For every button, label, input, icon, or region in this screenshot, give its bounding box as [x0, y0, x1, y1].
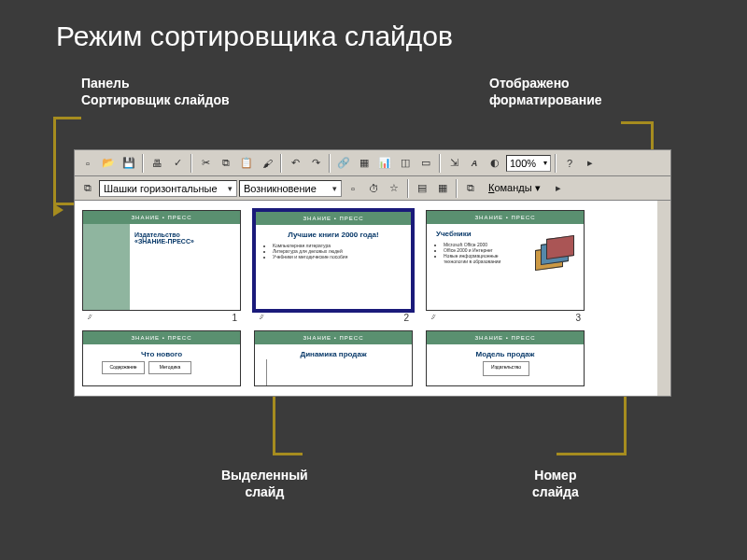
slide-meta: ⫽ — [82, 311, 93, 323]
slide-number: 1 — [232, 311, 241, 323]
page-title: Режим сортировщика слайдов — [56, 21, 453, 52]
slide-thumb[interactable]: ЗНАНИЕ • ПРЕСС Модель продаж Издательств… — [426, 330, 585, 386]
slide-meta: ⫽ — [254, 311, 265, 323]
slide-number: 2 — [403, 311, 413, 323]
insert-chart-button[interactable]: 📊 — [375, 154, 394, 173]
powerpoint-window: ▫ 📂 💾 🖶 ✓ ✂ ⧉ 📋 🖌 ↶ ↷ 🔗 ▦ 📊 ◫ ▭ ⇲ A ◐ 10… — [74, 149, 671, 397]
more2-button[interactable]: ▸ — [549, 179, 568, 198]
slide-thumb[interactable]: ЗНАНИЕ • ПРЕСС Динамика продаж — [254, 330, 413, 386]
slide-accent — [83, 224, 130, 310]
slide-box: Издательство — [483, 361, 529, 376]
slide-thumb[interactable]: ЗНАНИЕ • ПРЕСС Лучшие книги 2000 года! К… — [254, 210, 413, 323]
slide-brand: ЗНАНИЕ • ПРЕСС — [83, 331, 240, 344]
separator — [407, 179, 409, 198]
slide-brand: ЗНАНИЕ • ПРЕСС — [427, 211, 584, 224]
more-button[interactable]: ▸ — [581, 154, 599, 173]
zoom-combo[interactable]: 100%▾ — [506, 155, 551, 172]
separator — [439, 154, 441, 173]
paste-button[interactable]: 📋 — [237, 154, 256, 173]
slide-title: Что нового — [87, 350, 236, 358]
format-painter-button[interactable]: 🖌 — [258, 154, 276, 173]
books-image — [529, 239, 576, 276]
slide-title: Лучшие книги 2000 года! — [260, 231, 407, 239]
undo-button[interactable]: ↶ — [286, 154, 304, 173]
notes-button[interactable]: ▤ — [413, 179, 431, 198]
copy-button[interactable]: ⧉ — [217, 154, 235, 173]
slide-title: Модель продаж — [430, 350, 580, 358]
slide-brand: ЗНАНИЕ • ПРЕСС — [256, 212, 411, 225]
slide-title: Издательство «ЗНАНИЕ-ПРЕСС» — [134, 231, 194, 245]
slide-brand: ЗНАНИЕ • ПРЕСС — [255, 331, 412, 344]
slide-thumb[interactable]: ЗНАНИЕ • ПРЕСС Учебники Microsoft Office… — [426, 210, 585, 323]
transition-icon: ⫽ — [430, 313, 437, 321]
transition-icon: ⫽ — [258, 313, 265, 321]
color-button[interactable]: ▦ — [433, 179, 452, 198]
slide-subtitle: Предлагаем учебным заведениям и всем жел… — [134, 248, 176, 271]
separator — [280, 154, 282, 173]
summary-button[interactable]: ☆ — [385, 179, 403, 198]
sorter-toolbar: ⧉ Шашки горизонтальные▾ Возникновение▾ ▫… — [75, 176, 670, 201]
insert-table-button[interactable]: ▦ — [355, 154, 374, 173]
show-format-button[interactable]: A — [465, 154, 484, 173]
expand-button[interactable]: ⇲ — [444, 154, 463, 173]
spellcheck-button[interactable]: ✓ — [168, 154, 187, 173]
grayscale-button[interactable]: ◐ — [486, 154, 504, 173]
standard-toolbar: ▫ 📂 💾 🖶 ✓ ✂ ⧉ 📋 🖌 ↶ ↷ 🔗 ▦ 📊 ◫ ▭ ⇲ A ◐ 10… — [75, 150, 670, 176]
separator — [456, 179, 458, 198]
open-button[interactable]: 📂 — [99, 154, 118, 173]
slide-bullets: Microsoft Office 2000 Office 2000 и Инте… — [427, 242, 521, 264]
slide-table: Содержание Методика — [102, 361, 191, 374]
save-button[interactable]: 💾 — [120, 154, 138, 173]
transition-icon: ⫽ — [86, 313, 93, 321]
insert-slide-button[interactable]: ▭ — [416, 154, 435, 173]
callout-arrow-panel — [53, 203, 63, 217]
insert-link-button[interactable]: 🔗 — [334, 154, 353, 173]
callout-label-selected: Выделенный слайд — [221, 467, 308, 500]
redo-button[interactable]: ↷ — [306, 154, 325, 173]
slide-chart — [266, 359, 397, 386]
transition-combo[interactable]: Шашки горизонтальные▾ — [99, 180, 237, 197]
help-button[interactable]: ? — [560, 154, 579, 173]
duplicate-button[interactable]: ⧉ — [461, 179, 480, 198]
slide-sorter-pane[interactable]: ЗНАНИЕ • ПРЕСС Издательство «ЗНАНИЕ-ПРЕС… — [75, 201, 670, 396]
slide-thumb[interactable]: ЗНАНИЕ • ПРЕСС Издательство «ЗНАНИЕ-ПРЕС… — [82, 210, 241, 323]
slide-number: 3 — [575, 311, 585, 323]
sorter-view-button[interactable]: ⧉ — [78, 179, 97, 198]
slide-meta: ⫽ — [426, 311, 437, 323]
slide-thumb[interactable]: ЗНАНИЕ • ПРЕСС Что нового Содержание Мет… — [82, 330, 241, 386]
separator — [142, 154, 144, 173]
slide-bullets: Компьютерная литература Литература для д… — [256, 243, 411, 259]
cut-button[interactable]: ✂ — [196, 154, 215, 173]
slide-brand: ЗНАНИЕ • ПРЕСС — [427, 331, 584, 344]
separator — [190, 154, 192, 173]
effect-combo[interactable]: Возникновение▾ — [239, 180, 342, 197]
hide-slide-button[interactable]: ▫ — [344, 179, 362, 198]
callout-label-number: Номер слайда — [532, 467, 579, 500]
callout-label-format: Отображено форматирование — [489, 75, 602, 108]
separator — [329, 154, 331, 173]
callout-label-panel: Панель Сортировщик слайдов — [81, 75, 230, 108]
rehearse-button[interactable]: ⏱ — [364, 179, 383, 198]
slide-brand: ЗНАНИЕ • ПРЕСС — [83, 211, 240, 224]
new-button[interactable]: ▫ — [78, 154, 97, 173]
commands-menu[interactable]: ККомандыоманды ▾ — [482, 180, 547, 196]
vertical-scrollbar[interactable] — [657, 201, 670, 396]
insert-object-button[interactable]: ◫ — [396, 154, 415, 173]
slide-title: Динамика продаж — [259, 350, 408, 358]
print-button[interactable]: 🖶 — [148, 154, 166, 173]
separator — [555, 154, 557, 173]
